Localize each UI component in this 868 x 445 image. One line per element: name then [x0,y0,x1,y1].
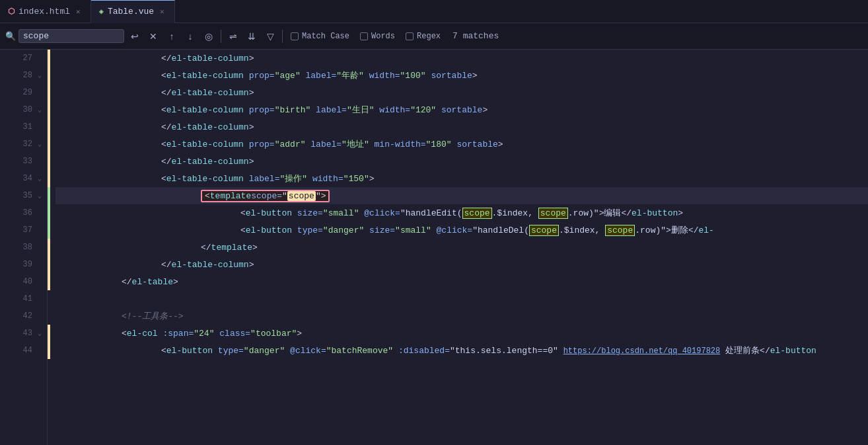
fold-43[interactable]: ⌄ [35,329,44,338]
gutter-line-29: 29 [0,84,47,101]
find-all-btn[interactable]: ◎ [201,28,217,44]
fold-30[interactable]: ⌄ [35,105,44,114]
gutter-line-35: 35 ⌄ [0,187,47,204]
editor: 27 28 ⌄ 29 30 ⌄ 31 32 ⌄ 33 [0,50,868,445]
tab-bar: ⬡ index.html ✕ ◈ Table.vue ✕ [0,0,868,23]
next-match-btn[interactable]: ↓ [182,28,198,44]
search-input[interactable] [23,31,102,41]
code-line-43: <el-col :span="24" class="toolbar"> [55,325,868,342]
code-line-34: <el-table-column label="操作" width="150"> [55,170,868,187]
code-line-42: <!--工具条--> [55,307,868,325]
code-line-33: </el-table-column> [55,153,868,170]
fold-38 [35,243,44,252]
gutter-line-38: 38 [0,239,47,256]
gutter-line-32: 32 ⌄ [0,136,47,153]
line-num-36: 36 [17,208,32,218]
tab-table-vue[interactable]: ◈ Table.vue ✕ [91,0,175,23]
line-num-29: 29 [17,88,32,97]
words-option[interactable]: Words [356,30,399,42]
gutter-line-33: 33 [0,153,47,170]
fold-31 [35,122,44,132]
line-num-41: 41 [17,294,32,303]
code-line-27: </el-table-column> [55,50,868,67]
replace-btn[interactable]: ⇌ [225,28,241,44]
gutter-line-41: 41 [0,290,47,307]
match-count: 7 matches [452,31,499,41]
match-case-checkbox [291,32,299,40]
fold-28[interactable]: ⌄ [35,71,44,80]
line-num-43: 43 [17,329,32,338]
gutter-line-37: 37 [0,222,47,239]
line-num-34: 34 [17,174,32,183]
fold-40 [35,277,44,286]
line-num-42: 42 [17,311,32,321]
line-num-40: 40 [17,277,32,286]
template-scope-box: <template scope="scope"> [201,190,330,202]
gutter-line-34: 34 ⌄ [0,170,47,187]
replace-all-btn[interactable]: ⇊ [244,28,260,44]
code-line-37: <el-button type="danger" size="small" @c… [55,222,868,239]
filter-btn[interactable]: ▽ [262,28,278,44]
code-content[interactable]: </el-table-column> <el-table-column prop… [50,50,868,445]
line-num-28: 28 [17,71,32,80]
gutter-line-43: 43 ⌄ [0,325,47,342]
prev-replace-btn[interactable]: ↩ [127,28,143,44]
line-num-39: 39 [17,260,32,269]
fold-36 [35,208,44,218]
line-num-27: 27 [17,54,32,63]
code-line-36: <el-button size="small" @click="handleEd… [55,204,868,222]
fold-35[interactable]: ⌄ [35,191,44,200]
gutter-line-31: 31 [0,118,47,136]
search-input-wrap [18,29,124,43]
code-line-28: <el-table-column prop="age" label="年龄" w… [55,67,868,84]
line-num-32: 32 [17,140,32,149]
gutter-line-28: 28 ⌄ [0,67,47,84]
divider-1 [221,30,221,43]
gutter-line-30: 30 ⌄ [0,101,47,118]
tab-close-vue[interactable]: ✕ [158,7,166,17]
prev-match-btn[interactable]: ↑ [164,28,180,44]
code-line-32: <el-table-column prop="addr" label="地址" … [55,136,868,153]
regex-label: Regex [417,32,441,41]
gutter-line-36: 36 [0,204,47,222]
code-line-38: </template> [55,239,868,256]
vue-icon: ◈ [99,7,104,17]
code-line-41 [55,290,868,307]
fold-42 [35,311,44,321]
line-num-44: 44 [17,346,32,355]
line-num-30: 30 [17,105,32,114]
divider-2 [282,30,283,43]
regex-option[interactable]: Regex [402,30,445,42]
clear-search-btn[interactable]: ✕ [145,28,161,44]
words-label: Words [371,32,395,41]
gutter-line-44: 44 [0,342,47,359]
fold-41 [35,294,44,303]
fold-29 [35,88,44,97]
gutter-line-42: 42 [0,307,47,325]
match-case-label: Match Case [302,32,349,41]
fold-33 [35,157,44,166]
tab-close-index[interactable]: ✕ [74,7,83,17]
code-line-40: </el-table> [55,273,868,290]
code-line-35: <template scope="scope"> [55,187,868,204]
search-icon: 🔍 [5,31,16,42]
code-line-39: </el-table-column> [55,256,868,273]
gutter-line-27: 27 [0,50,47,67]
match-case-option[interactable]: Match Case [287,30,353,42]
code-line-44: <el-button type="danger" @click="batchRe… [55,342,868,359]
fold-27 [35,54,44,63]
gutter-line-39: 39 [0,256,47,273]
line-num-38: 38 [17,243,32,252]
tab-label-index: index.html [18,7,70,17]
tab-label-vue: Table.vue [108,7,154,17]
fold-32[interactable]: ⌄ [35,140,44,149]
search-bar: 🔍 ↩ ✕ ↑ ↓ ◎ ⇌ ⇊ ▽ Match Case Words Regex… [0,23,868,50]
fold-44 [35,346,44,355]
code-line-30: <el-table-column prop="birth" label="生日"… [55,101,868,118]
tab-index-html[interactable]: ⬡ index.html ✕ [0,0,91,23]
regex-checkbox [406,32,414,40]
code-line-31: </el-table-column> [55,118,868,136]
words-checkbox [360,32,368,40]
fold-34[interactable]: ⌄ [35,174,44,183]
fold-39 [35,260,44,269]
